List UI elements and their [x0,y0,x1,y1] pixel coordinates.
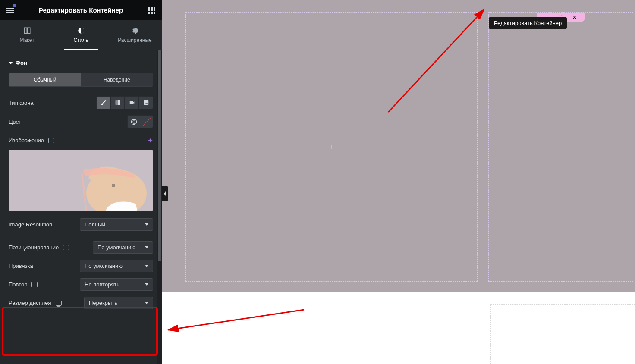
tab-layout[interactable]: Макет [0,20,54,50]
global-color-button[interactable] [127,115,140,128]
color-swatch[interactable] [140,115,153,128]
tab-style-label: Стиль [73,37,88,43]
panel-title: Редактировать Контейнер [16,6,146,14]
resolution-select[interactable]: Полный [80,218,153,231]
row-color: Цвет [0,112,162,131]
canvas-section[interactable]: + [162,0,635,292]
panel-body[interactable]: Фон Обычный Наведение Тип фона Цвет [0,50,162,364]
chevron-down-icon [145,223,148,226]
container-outline-right[interactable] [488,12,633,282]
row-position: Позиционирование По умолчанию [0,238,162,257]
sidebar-collapse-handle[interactable] [162,186,168,201]
responsive-device-icon[interactable] [56,301,62,306]
slideshow-icon [143,100,149,106]
bg-type-label: Тип фона [9,100,34,106]
empty-section-outline[interactable] [490,304,635,364]
display-size-label: Размер дисплея [9,300,51,306]
chevron-left-icon [163,191,167,196]
state-subtabs: Обычный Наведение [9,73,153,87]
row-bg-type: Тип фона [0,93,162,112]
row-repeat: Повтор Не повторять [0,275,162,294]
responsive-device-icon[interactable] [31,282,38,287]
row-attachment: Привязка По умолчанию [0,257,162,275]
bg-type-classic[interactable] [96,96,110,109]
video-icon [129,100,135,106]
chevron-down-icon [145,283,148,286]
repeat-select[interactable]: Не повторять [80,278,153,291]
container-outline-left[interactable]: + [185,12,478,282]
bg-type-gradient[interactable] [110,96,125,109]
display-size-select[interactable]: Перекрыть [84,297,153,309]
menu-button[interactable] [4,5,16,16]
chevron-down-icon [145,246,148,248]
add-widget-plus-icon[interactable]: + [329,142,334,151]
scrollbar-track[interactable] [157,50,162,364]
panel-tabs: Макет Стиль Расширенные [0,20,162,50]
tooltip-edit-container: Редактировать Контейнер [489,17,567,29]
tab-style[interactable]: Стиль [54,20,108,50]
editor-canvas[interactable]: + Редактировать Контейнер [162,0,635,364]
subtab-normal[interactable]: Обычный [9,73,81,86]
image-label: Изображение [9,137,44,144]
color-label: Цвет [9,119,21,125]
position-label: Позиционирование [9,244,59,251]
svg-point-8 [112,184,115,187]
subtab-hover[interactable]: Наведение [81,73,153,86]
ai-icon[interactable]: ✦ [148,137,153,144]
gear-icon [131,27,139,35]
close-icon [572,14,578,20]
widgets-button[interactable] [146,5,157,16]
no-color-indicator [142,117,151,126]
bg-type-video[interactable] [125,96,139,109]
responsive-device-icon[interactable] [63,245,69,250]
svg-point-10 [561,15,562,16]
row-resolution: Image Resolution Полный [0,215,162,234]
section-background-label: Фон [16,60,27,66]
layout-icon [23,27,31,35]
svg-point-9 [560,15,560,16]
tab-advanced[interactable]: Расширенные [108,20,162,50]
bg-type-toggles [96,96,153,109]
chevron-down-icon [145,302,148,304]
svg-rect-4 [115,100,117,105]
scrollbar-thumb[interactable] [158,50,161,261]
tab-layout-label: Макет [20,37,35,43]
tab-advanced-label: Расширенные [118,37,152,43]
remove-element-button[interactable] [568,13,582,22]
row-image: Изображение ✦ [0,131,162,147]
color-picker [127,115,153,128]
notification-dot [13,4,16,7]
brush-icon [101,100,107,106]
attachment-select[interactable]: По умолчанию [80,260,153,272]
section-background-header[interactable]: Фон [0,54,162,73]
svg-rect-0 [24,28,27,34]
row-display-size: Размер дисплея Перекрыть [0,294,162,312]
chevron-down-icon [145,265,148,267]
hamburger-icon [6,7,14,13]
position-select[interactable]: По умолчанию [93,241,153,254]
svg-rect-1 [27,28,30,34]
sidebar-header: Редактировать Контейнер [0,0,162,20]
gradient-icon [115,100,121,106]
globe-icon [131,119,137,125]
style-icon [77,27,85,35]
repeat-label: Повтор [9,281,27,288]
resolution-label: Image Resolution [9,221,52,228]
attachment-label: Привязка [9,263,33,269]
apps-grid-icon [148,7,155,14]
bg-type-slideshow[interactable] [139,96,153,109]
caret-down-icon [9,62,13,64]
responsive-device-icon[interactable] [48,138,54,143]
image-thumbnail[interactable] [9,150,153,211]
editor-sidebar: Редактировать Контейнер Макет Стиль Расш… [0,0,162,364]
